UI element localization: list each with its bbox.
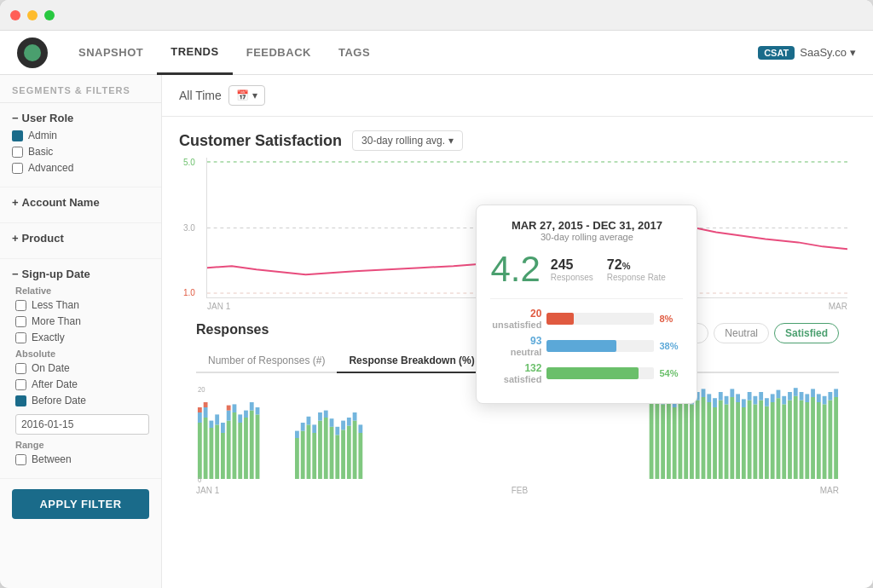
- svg-rect-84: [736, 402, 740, 479]
- filter-account-name-title[interactable]: + Account Name: [12, 196, 149, 209]
- filter-product: + Product: [0, 223, 161, 259]
- plus-icon: +: [12, 196, 19, 209]
- checkbox-advanced[interactable]: [12, 163, 23, 174]
- svg-rect-45: [341, 429, 345, 479]
- csat-badge: CSAT: [758, 46, 795, 60]
- bar-fill-neutral: [546, 340, 616, 352]
- svg-rect-24: [244, 411, 248, 418]
- svg-rect-14: [221, 433, 225, 479]
- option-advanced[interactable]: Advanced: [12, 162, 149, 174]
- option-less-than[interactable]: Less Than: [15, 299, 149, 311]
- bar-track-neutral: [546, 340, 654, 352]
- svg-rect-85: [736, 394, 740, 402]
- svg-rect-50: [353, 412, 357, 421]
- svg-rect-12: [215, 424, 219, 479]
- nav-trends[interactable]: TRENDS: [157, 31, 232, 75]
- filter-user-role-title[interactable]: − User Role: [12, 112, 149, 124]
- svg-rect-100: [782, 404, 786, 479]
- checkbox-exactly[interactable]: [15, 332, 26, 343]
- checkbox-admin[interactable]: [12, 130, 23, 141]
- nav-feedback[interactable]: FEEDBACK: [233, 31, 325, 75]
- chart-dropdown[interactable]: 30-day rolling avg. ▾: [352, 130, 463, 151]
- rate-label: Response Rate: [607, 273, 666, 282]
- svg-rect-83: [730, 389, 734, 397]
- svg-rect-18: [227, 406, 231, 411]
- svg-rect-119: [834, 389, 838, 397]
- svg-rect-81: [725, 396, 729, 405]
- checkbox-basic[interactable]: [12, 147, 23, 158]
- svg-rect-78: [719, 401, 723, 479]
- sidebar-header: SEGMENTS & FILTERS: [0, 75, 161, 103]
- calendar-icon: 📅: [236, 89, 249, 101]
- option-on-date[interactable]: On Date: [15, 362, 149, 374]
- svg-rect-36: [312, 424, 316, 433]
- chart-title: Customer Satisfaction: [179, 132, 342, 150]
- account-selector[interactable]: SaaSy.co ▾: [800, 46, 856, 59]
- filter-satisfied[interactable]: Satisfied: [774, 323, 839, 343]
- option-before-date[interactable]: Before Date: [15, 395, 149, 406]
- maximize-btn[interactable]: [44, 10, 55, 20]
- tooltip-date: MAR 27, 2015 - DEC 31, 2017: [490, 219, 683, 232]
- svg-rect-60: [667, 401, 671, 479]
- apply-filter-button[interactable]: APPLY FILTER: [12, 489, 149, 519]
- filter-product-title[interactable]: + Product: [12, 232, 149, 245]
- close-btn[interactable]: [10, 10, 20, 20]
- svg-rect-68: [690, 404, 694, 479]
- svg-rect-33: [307, 424, 311, 479]
- filter-account-name: + Account Name: [0, 187, 161, 223]
- date-input[interactable]: [15, 414, 149, 435]
- line-chart-area: 5.0 3.0 1.0: [206, 158, 847, 298]
- checkbox-less-than[interactable]: [15, 300, 26, 311]
- svg-rect-90: [753, 404, 757, 479]
- option-basic[interactable]: Basic: [12, 146, 149, 158]
- svg-rect-6: [198, 407, 202, 412]
- relative-section: Relative Less Than More Than Exactly: [15, 285, 149, 343]
- bar-pct-satisfied: 54%: [659, 368, 683, 378]
- tooltip-score: 4.2: [490, 249, 540, 290]
- svg-rect-79: [719, 392, 723, 401]
- logo: [17, 37, 48, 68]
- svg-rect-52: [358, 424, 362, 433]
- option-between[interactable]: Between: [15, 453, 149, 465]
- checkbox-after-date[interactable]: [15, 379, 26, 390]
- sidebar: SEGMENTS & FILTERS − User Role Admin Bas…: [0, 75, 162, 588]
- svg-rect-82: [730, 397, 734, 479]
- checkbox-more-than[interactable]: [15, 316, 26, 327]
- nav-snapshot[interactable]: SNAPSHOT: [65, 31, 157, 75]
- option-after-date[interactable]: After Date: [15, 378, 149, 390]
- range-section: Range Between: [15, 440, 149, 465]
- dropdown-chevron: ▾: [448, 135, 454, 147]
- filter-signup-date: − Sign-up Date Relative Less Than More T…: [0, 259, 161, 479]
- absolute-label: Absolute: [15, 349, 149, 359]
- checkbox-between[interactable]: [15, 454, 26, 465]
- svg-rect-27: [256, 414, 260, 479]
- content-area: SEGMENTS & FILTERS − User Role Admin Bas…: [0, 75, 873, 588]
- checkbox-before-date[interactable]: [15, 395, 26, 406]
- tooltip-bar-satisfied: 132 satisfied 54%: [490, 362, 683, 384]
- option-admin[interactable]: Admin: [12, 130, 149, 141]
- svg-rect-8: [204, 407, 208, 418]
- minimize-btn[interactable]: [27, 10, 38, 20]
- nav-tags[interactable]: TAGS: [325, 31, 384, 75]
- filter-neutral[interactable]: Neutral: [714, 323, 769, 343]
- option-more-than[interactable]: More Than: [15, 315, 149, 327]
- time-picker-button[interactable]: 📅 ▾: [228, 85, 265, 106]
- time-label: All Time: [179, 89, 222, 102]
- tab-breakdown[interactable]: Response Breakdown (%): [337, 349, 486, 373]
- svg-rect-74: [707, 402, 711, 479]
- svg-rect-9: [204, 402, 208, 407]
- svg-rect-107: [800, 392, 804, 401]
- filter-signup-date-title[interactable]: − Sign-up Date: [12, 268, 149, 280]
- chart-title-row: Customer Satisfaction 30-day rolling avg…: [179, 130, 856, 151]
- tab-number-responses[interactable]: Number of Responses (#): [196, 349, 337, 373]
- option-exactly[interactable]: Exactly: [15, 331, 149, 343]
- svg-rect-72: [702, 397, 706, 479]
- svg-rect-35: [312, 433, 316, 479]
- svg-text:20: 20: [198, 384, 205, 394]
- svg-rect-102: [788, 401, 792, 479]
- checkbox-on-date[interactable]: [15, 363, 26, 374]
- svg-rect-115: [823, 396, 827, 405]
- svg-rect-110: [811, 397, 815, 479]
- dropdown-arrow: ▾: [252, 89, 257, 101]
- bar-fill-satisfied: [546, 367, 638, 379]
